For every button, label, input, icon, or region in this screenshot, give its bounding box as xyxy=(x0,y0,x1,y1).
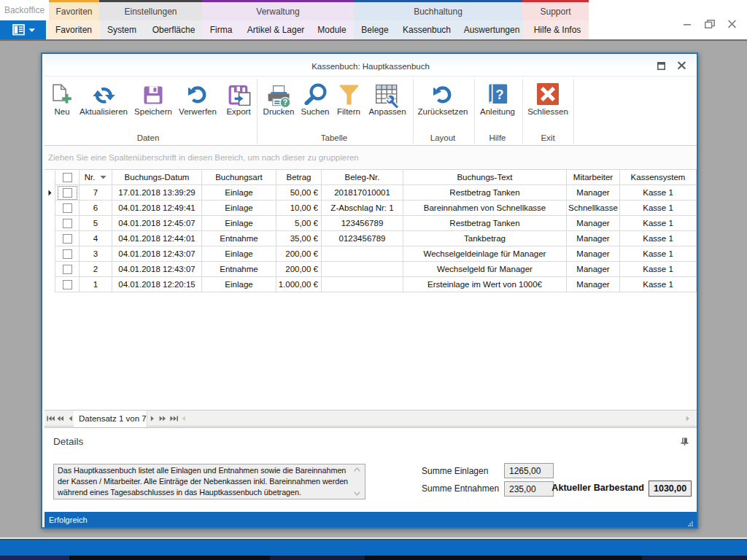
svg-text:?: ? xyxy=(495,88,503,102)
